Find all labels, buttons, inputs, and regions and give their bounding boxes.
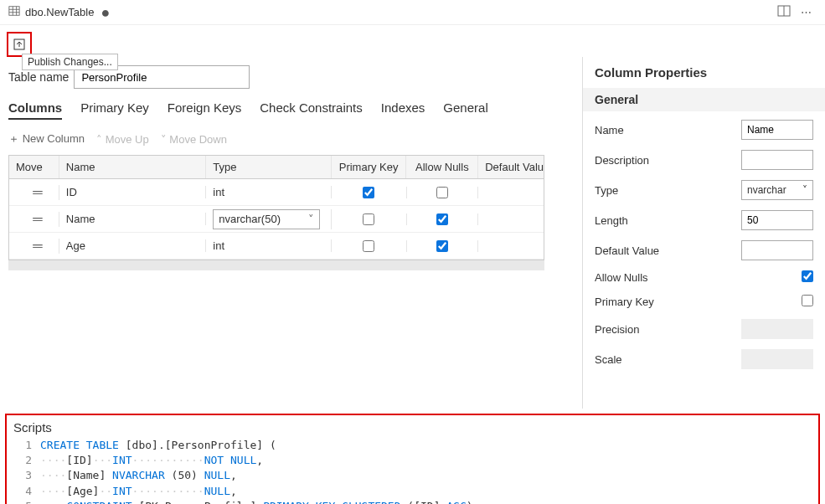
table-icon [8,5,20,19]
more-actions-icon[interactable]: ⋯ [796,4,817,20]
col-header-name: Name [59,156,206,178]
columns-grid: Move Name Type Primary Key Allow Nulls D… [8,155,544,260]
move-down-button[interactable]: ˅ Move Down [161,133,227,146]
tab-primary-key[interactable]: Primary Key [80,100,149,120]
prop-label-scale: Scale [595,353,741,366]
tab-check-constraints[interactable]: Check Constraints [260,100,363,120]
prop-label-name: Name [595,124,741,136]
properties-section-general: General [583,88,825,111]
prop-label-nulls: Allow Nulls [595,271,802,284]
publish-tooltip: Publish Changes... [22,54,118,70]
prop-pk-checkbox[interactable] [802,295,813,306]
chevron-down-icon: ˅ [802,184,807,196]
col-header-type: Type [206,156,332,178]
properties-title: Column Properties [583,57,825,88]
nulls-checkbox[interactable] [436,213,448,225]
scripts-title: Scripts [13,420,812,435]
prop-precision-readonly [741,319,813,339]
prop-name-input[interactable] [741,120,813,140]
tab-columns[interactable]: Columns [8,100,62,120]
dirty-indicator-icon: ● [101,5,110,20]
prop-default-input[interactable] [741,240,813,260]
cell-type[interactable]: int [206,186,332,198]
prop-nulls-checkbox[interactable] [802,270,813,282]
cell-name[interactable]: Name [59,213,206,225]
drag-handle-icon[interactable]: ═ [16,212,59,227]
col-header-nulls: Allow Nulls [406,156,478,178]
pk-checkbox[interactable] [363,240,374,252]
table-row[interactable]: ═ Name nvarchar(50) ˅ [9,206,544,233]
prop-scale-readonly [741,349,813,369]
table-name-label: Table name [8,70,69,84]
chevron-up-icon: ˄ [96,133,102,146]
pk-checkbox[interactable] [363,213,374,225]
scripts-panel: Scripts 1CREATE TABLE [dbo].[PersonProfi… [5,414,820,504]
prop-label-length: Length [595,214,741,227]
scripts-code[interactable]: 1CREATE TABLE [dbo].[PersonProfile] ( 2·… [13,438,812,504]
prop-label-type: Type [595,184,741,197]
prop-label-precision: Precision [595,323,741,336]
prop-length-input[interactable] [741,210,813,230]
prop-label-description: Description [595,154,741,167]
tab-indexes[interactable]: Indexes [381,100,425,120]
nulls-checkbox[interactable] [436,240,448,252]
cell-name[interactable]: ID [59,186,206,198]
svg-rect-0 [9,7,19,16]
chevron-down-icon: ˅ [308,213,314,225]
drag-handle-icon[interactable]: ═ [16,185,59,200]
tab-foreign-keys[interactable]: Foreign Keys [168,100,241,120]
type-select[interactable]: nvarchar(50) ˅ [213,209,320,229]
tab-general[interactable]: General [443,100,487,120]
prop-label-pk: Primary Key [595,296,802,308]
chevron-down-icon: ˅ [161,133,167,146]
new-column-button[interactable]: ＋ New Column [8,131,85,147]
col-header-def: Default Value [478,156,544,178]
cell-type[interactable]: int [206,239,332,252]
col-header-pk: Primary Key [332,156,407,178]
table-row[interactable]: ═ ID int [9,179,544,206]
move-up-button[interactable]: ˄ Move Up [96,133,149,146]
pk-checkbox[interactable] [363,187,374,198]
prop-type-select[interactable]: nvarchar˅ [741,180,813,200]
editor-tab-title: dbo.NewTable [25,6,94,18]
drag-handle-icon[interactable]: ═ [16,239,59,254]
table-row[interactable]: ═ Age int [9,233,544,260]
cell-name[interactable]: Age [59,239,206,252]
col-header-move: Move [9,156,59,178]
split-editor-icon[interactable] [772,3,796,22]
nulls-checkbox[interactable] [436,187,448,198]
prop-description-input[interactable] [741,150,813,170]
publish-changes-button[interactable] [10,35,28,54]
prop-label-default: Default Value [595,244,741,257]
horizontal-scrollbar[interactable] [8,260,544,270]
